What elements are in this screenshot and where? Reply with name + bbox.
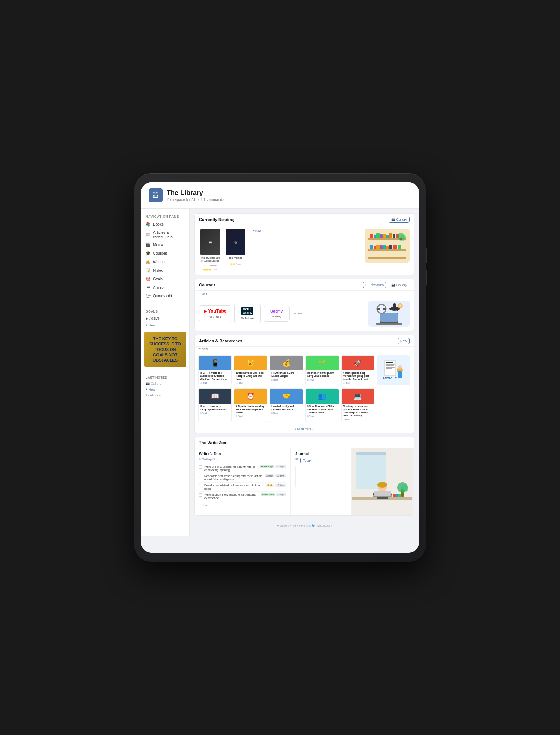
skillshare-logo: SKILLShare. <box>241 307 253 315</box>
sidebar-item-media[interactable]: 🎬 Media <box>141 241 189 249</box>
article-thumb-4: 🌱 <box>306 356 339 370</box>
article-title-1: Is GPT-4 Worth the Subscription? Here's … <box>200 372 230 381</box>
sidebar: Navigation Pane 📚 Books 📰 Articles & res… <box>141 209 190 536</box>
platform-udemy[interactable]: Udemy Udemy <box>264 306 290 322</box>
journal-tab-today[interactable]: Today <box>300 458 314 463</box>
sidebar-item-writing[interactable]: ✍ Writing <box>141 258 189 266</box>
articles-placeholder <box>377 388 410 422</box>
page-header: 🏛 The Library Your space for AI → 10 com… <box>141 182 419 209</box>
sidebar-item-books[interactable]: 📚 Books <box>141 220 189 229</box>
article-card-7[interactable]: ⏰ 4 Tips for Understanding Your Time Man… <box>234 388 268 422</box>
courses-link-btn[interactable]: + Link <box>195 291 414 297</box>
sidebar-label-articles: Articles & researchers <box>153 230 185 239</box>
svg-rect-45 <box>386 368 392 369</box>
svg-rect-41 <box>386 362 393 363</box>
goals-section-title: Goals <box>141 308 189 315</box>
article-tag-4: □ Read <box>307 379 337 381</box>
journal-entry[interactable] <box>295 466 346 488</box>
svg-rect-44 <box>386 367 395 368</box>
svg-rect-67 <box>398 494 401 497</box>
sidebar-label-quotes: Quotes edit <box>153 294 172 298</box>
article-tag-1: □ Read <box>200 382 230 384</box>
books-icon: 📚 <box>146 222 151 227</box>
article-card-10[interactable]: 💻 Roadmap to learn and practice HTML CSS… <box>341 388 375 422</box>
new-book-btn[interactable]: + New <box>253 229 261 232</box>
task-checkbox-4[interactable] <box>199 493 202 497</box>
book-cover-2: 📚 <box>226 229 245 255</box>
article-thumb-6: 📖 <box>199 389 231 404</box>
book-card-1[interactable]: 📖 The Invisible Life of Addie LaRue V.E.… <box>199 229 221 271</box>
svg-point-56 <box>377 482 387 488</box>
svg-rect-43 <box>386 365 394 366</box>
write-zone-section: The Write Zone Writer's Den ✏ Writing No… <box>194 437 414 516</box>
article-card-8[interactable]: 🤝 How to Identify and Develop Soft Skill… <box>270 388 303 422</box>
articles-new-label: ☰ New <box>195 347 414 352</box>
tab-gallery-courses[interactable]: 📷 Gallery <box>389 282 410 288</box>
footer-text: ♦ Made by me • More info 🐦 Twitter.com <box>277 524 332 527</box>
svg-rect-16 <box>374 246 376 249</box>
article-title-3: How to Make a Zero-Based Budget <box>271 372 301 378</box>
task-checkbox-1[interactable] <box>199 465 202 469</box>
task-checkbox-2[interactable] <box>199 475 202 478</box>
sidebar-item-courses[interactable]: 🎓 Courses <box>141 249 189 258</box>
books-illustration <box>365 229 410 263</box>
task-text-1: Write the first chapter of a novel with … <box>204 465 258 472</box>
sidebar-item-archive[interactable]: 🗃 Archive <box>141 283 189 292</box>
article-card-6[interactable]: 📖 How to Learn Any Language from Scratch… <box>198 388 232 422</box>
writers-den: Writer's Den ✏ Writing Now Write the fir… <box>195 448 291 515</box>
book-title-2: The Maiden <box>229 257 243 260</box>
svg-rect-61 <box>374 491 391 496</box>
task-checkbox-3[interactable] <box>199 484 202 487</box>
article-title-9: 5 Vital Teamwork Skills and How to Test … <box>307 405 337 414</box>
den-new-btn[interactable]: + New <box>199 501 286 507</box>
sidebar-item-quotes[interactable]: 💬 Quotes edit <box>141 292 189 300</box>
sidebar-item-goals[interactable]: 🎯 Goals <box>141 275 189 283</box>
main-content: Currently Reading 📷 Gallery 📖 The Invisi… <box>190 209 419 536</box>
new-platform-btn[interactable]: + New <box>294 312 303 315</box>
sidebar-item-notes[interactable]: 📝 Notes <box>141 266 189 275</box>
article-card-1[interactable]: 📱 Is GPT-4 Worth the Subscription? Here'… <box>198 355 232 385</box>
article-card-5[interactable]: 🚀 4 strategies to keep momentum going po… <box>341 355 375 385</box>
article-card-3[interactable]: 💰 How to Make a Zero-Based Budget □ Read <box>270 355 303 385</box>
courses-tabs: ⊞ Platforms 📷 Gallery <box>363 282 410 288</box>
tab-platforms[interactable]: ⊞ Platforms <box>363 282 386 288</box>
read-more-link[interactable]: Read more... <box>141 393 189 398</box>
article-card-4[interactable]: 🌱 Do indoor plants purify air? | Love Sc… <box>305 355 339 385</box>
youtube-name: YouTube <box>209 315 221 319</box>
courses-title: Courses <box>199 283 215 287</box>
svg-rect-7 <box>383 234 386 238</box>
page-footer: ♦ Made by me • More info 🐦 Twitter.com <box>194 520 414 532</box>
sidebar-item-articles[interactable]: 📰 Articles & researchers <box>141 229 189 241</box>
platform-skillshare[interactable]: SKILLShare. Skillshare <box>234 304 261 323</box>
goals-new-btn[interactable]: + New <box>141 322 189 329</box>
task-text-4: Write a short story based on a personal … <box>204 493 259 500</box>
article-title-8: How to Identify and Develop Soft Skills <box>271 405 301 411</box>
currently-reading-section: Currently Reading 📷 Gallery 📖 The Invisi… <box>194 213 414 275</box>
last-notes-title: Last Notes <box>141 374 189 381</box>
tab-gallery-reading[interactable]: 📷 Gallery <box>389 217 410 223</box>
task-tag-2a: Article <box>265 474 274 477</box>
load-more-btn[interactable]: ↓ Load more ↓ <box>195 425 414 433</box>
book-status-2: ⭐⭐ Read <box>230 263 241 265</box>
writing-now-label: ✏ Writing Now <box>199 458 286 461</box>
article-card-2[interactable]: 🐱 10 Homemade Cat Food Recipes Every Cat… <box>234 355 268 385</box>
motivational-text: THE KEY TO SUCCESS IS TO FOCUS ON GOALS … <box>148 336 183 363</box>
svg-rect-19 <box>383 245 386 249</box>
goals-active: ▶ Active <box>141 315 189 322</box>
article-card-9[interactable]: 👥 5 Vital Teamwork Skills and How to Tes… <box>305 388 339 422</box>
article-tag-6: □ Read <box>200 412 230 414</box>
notes-icon: 📝 <box>146 268 151 273</box>
book-card-2[interactable]: 📚 The Maiden ⭐⭐ Read <box>224 229 247 265</box>
platforms-row: ▶ YouTube YouTube SKILLShare. Skillshare… <box>195 297 414 331</box>
media-icon: 🎬 <box>146 242 151 247</box>
svg-rect-49 <box>398 371 402 378</box>
last-notes-new-btn[interactable]: + New <box>141 386 189 393</box>
platform-youtube[interactable]: ▶ YouTube YouTube <box>199 305 231 322</box>
articles-tabs: New <box>398 338 410 344</box>
articles-icon: 📰 <box>146 232 151 237</box>
svg-rect-24 <box>368 257 406 259</box>
tab-new-articles[interactable]: New <box>398 338 410 344</box>
svg-rect-10 <box>393 234 395 238</box>
svg-rect-4 <box>374 235 376 238</box>
article-thumb-9: 👥 <box>306 389 339 404</box>
